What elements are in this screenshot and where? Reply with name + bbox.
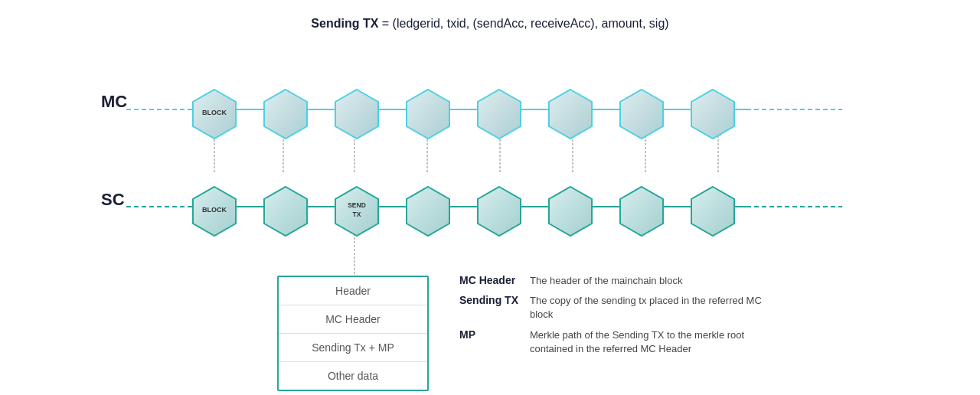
sc-block-2 xyxy=(264,187,307,236)
desc-def-mp: Merkle path of the Sending TX to the mer… xyxy=(530,328,775,356)
sc-block-5 xyxy=(478,187,521,236)
svg-marker-56 xyxy=(691,187,734,236)
svg-marker-53 xyxy=(478,187,521,236)
sc-block-4 xyxy=(407,187,449,236)
mc-block-3 xyxy=(335,90,378,139)
desc-term-sending-tx: Sending TX xyxy=(459,294,521,306)
desc-item-sending-tx: Sending TX The copy of the sending tx pl… xyxy=(459,294,775,322)
mc-block-4 xyxy=(407,90,449,139)
svg-marker-45 xyxy=(691,90,734,139)
diagram-svg: BLOCK BLOCK xyxy=(0,54,980,306)
svg-marker-55 xyxy=(620,187,663,236)
desc-item-mp: MP Merkle path of the Sending TX to the … xyxy=(459,328,775,356)
title-bold: Sending TX xyxy=(311,17,378,30)
sc-block-1: BLOCK xyxy=(193,187,236,236)
svg-marker-39 xyxy=(264,90,307,139)
sc-block-6 xyxy=(549,187,592,236)
svg-marker-48 xyxy=(264,187,307,236)
svg-marker-52 xyxy=(407,187,449,236)
svg-marker-54 xyxy=(549,187,592,236)
desc-def-sending-tx: The copy of the sending tx placed in the… xyxy=(530,294,775,322)
desc-item-mc-header: MC Header The header of the mainchain bl… xyxy=(459,274,775,288)
sc-block-8 xyxy=(691,187,734,236)
mc-block-6 xyxy=(549,90,592,139)
legend-row-sending-tx-mp: Sending Tx + MP xyxy=(279,334,427,362)
title-rest: = (ledgerid, txid, (sendAcc, receiveAcc)… xyxy=(378,17,668,30)
svg-marker-43 xyxy=(549,90,592,139)
legend-row-mc-header: MC Header xyxy=(279,305,427,334)
desc-def-mc-header: The header of the mainchain block xyxy=(530,274,682,288)
descriptions-box: MC Header The header of the mainchain bl… xyxy=(459,274,775,362)
legend-box: Header MC Header Sending Tx + MP Other d… xyxy=(277,276,429,391)
svg-text:SEND: SEND xyxy=(348,201,366,209)
desc-term-mp: MP xyxy=(459,328,521,341)
page-title: Sending TX = (ledgerid, txid, (sendAcc, … xyxy=(0,17,980,31)
svg-text:TX: TX xyxy=(353,211,361,218)
svg-text:BLOCK: BLOCK xyxy=(202,206,227,214)
svg-text:BLOCK: BLOCK xyxy=(202,109,227,116)
sc-block-3-sendtx: SEND TX xyxy=(335,187,378,236)
mc-block-8 xyxy=(691,90,734,139)
desc-term-mc-header: MC Header xyxy=(459,274,521,286)
mc-block-2 xyxy=(264,90,307,139)
svg-marker-40 xyxy=(335,90,378,139)
svg-marker-44 xyxy=(620,90,663,139)
mc-block-7 xyxy=(620,90,663,139)
page: Sending TX = (ledgerid, txid, (sendAcc, … xyxy=(0,0,980,395)
legend-row-other-data: Other data xyxy=(279,362,427,390)
sc-block-7 xyxy=(620,187,663,236)
mc-block-1: BLOCK xyxy=(193,90,236,139)
svg-marker-41 xyxy=(407,90,449,139)
mc-block-5 xyxy=(478,90,521,139)
svg-marker-42 xyxy=(478,90,521,139)
legend-row-header: Header xyxy=(279,277,427,305)
